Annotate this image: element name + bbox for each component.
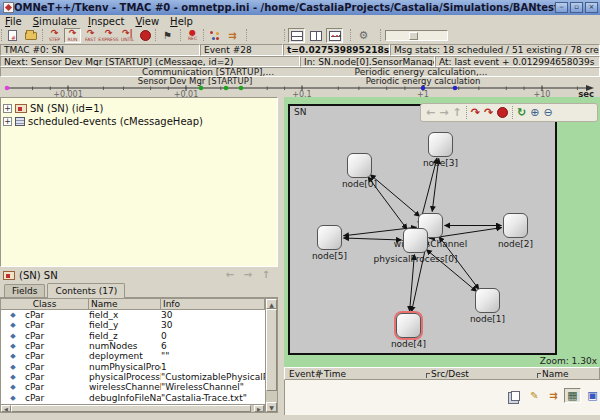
column-info[interactable]: Info (161, 299, 264, 309)
scroll-up-icon[interactable]: ▲ (266, 299, 277, 309)
stop-button[interactable] (137, 28, 154, 43)
toolbar-separator (180, 29, 181, 41)
zoom-out-icon[interactable]: ⊖ (544, 106, 553, 119)
relayout-button[interactable]: ⇉ (224, 28, 241, 43)
table-row[interactable]: ◆cParfield_z0 (1, 331, 265, 341)
finish-button[interactable]: ⚑ (159, 28, 176, 43)
inspector-title: (SN) SN (19, 270, 58, 281)
step-button[interactable]: ↷STEP (46, 28, 63, 43)
forward-icon[interactable]: → (240, 269, 256, 282)
scrollbar-thumb[interactable] (266, 309, 277, 391)
tree-item-network[interactable]: + SN (SN) (id=1) (3, 102, 275, 115)
canvas-toolbar: ← → ↑ ↷ ↷ ↻ ⊕ ⊖ (420, 103, 598, 122)
log-column-name[interactable]: Name (537, 369, 569, 380)
table-row[interactable]: ◆cPardebugInfoFileName"Castalia-Trace.tx… (1, 392, 265, 402)
message-mode-button[interactable]: ▣ (584, 388, 600, 403)
run-button[interactable]: ↷RUN (64, 28, 81, 43)
zoom-in-icon[interactable]: ⊕ (530, 106, 539, 119)
filter-button[interactable]: ✎ (526, 388, 543, 403)
cell-name: deployment (89, 351, 161, 361)
submodule-label: node[0] (342, 180, 377, 189)
log-column-event[interactable]: Event# (289, 369, 322, 380)
menu-help[interactable]: Help (170, 16, 193, 27)
menu-inspect[interactable]: Inspect (88, 16, 124, 27)
toggle-timeline-button[interactable] (326, 28, 343, 43)
simulation-timeline[interactable]: +0.001+0.01+0.1+1+10Sensor Dev Mgr [STAR… (0, 77, 600, 97)
tab-fields[interactable]: Fields (4, 284, 45, 297)
submodule-physicalProcess0[interactable] (403, 228, 428, 253)
split-horizontal-button[interactable] (288, 28, 305, 43)
horizontal-scrollbar[interactable]: ◀ ▶ (0, 404, 265, 413)
scroll-down-icon[interactable]: ▼ (266, 402, 277, 412)
title-bar[interactable]: OMNeT++/Tkenv - TMAC #0 - omnetpp.ini - … (0, 0, 600, 15)
animation-speed-slider[interactable] (385, 30, 448, 41)
redraw-button[interactable] (206, 28, 223, 43)
sort-corner-icon (426, 373, 430, 378)
table-mode-button[interactable]: ▦ (564, 388, 581, 403)
network-canvas[interactable]: SN wirelessChannelphysicalProcess[0]node… (288, 104, 557, 355)
submodule-node5[interactable] (317, 225, 342, 250)
tree-item-scheduled-events[interactable]: + scheduled-events (cMessageHeap) (3, 115, 275, 128)
redraw-icon[interactable]: ↻ (517, 106, 526, 119)
options-button[interactable]: ⚙ (355, 28, 372, 43)
slider-thumb[interactable] (409, 32, 418, 40)
run-icon[interactable]: ↷ (471, 106, 480, 119)
toolbar-button-label: REC (188, 37, 197, 42)
submodule-node4[interactable] (396, 313, 421, 338)
table-row[interactable]: ◆cParnumNodes6 (1, 341, 265, 351)
submodule-node2[interactable] (503, 213, 528, 238)
table-row[interactable]: ◆cParfield_x30 (1, 310, 265, 320)
maximize-button[interactable]: ▫ (570, 2, 583, 13)
load-ned-button[interactable] (22, 28, 39, 43)
menu-file[interactable]: File (5, 16, 22, 27)
column-class[interactable]: Class (1, 299, 89, 309)
up-icon[interactable]: ↑ (258, 269, 274, 282)
cell-info: 30 (161, 310, 265, 320)
object-icon: ◆ (1, 341, 25, 351)
record-button[interactable]: ●REC (184, 28, 201, 43)
minimize-button[interactable]: ‒ (555, 2, 568, 13)
table-row[interactable]: ◆cPardeployment"" (1, 351, 265, 361)
fast-button[interactable]: ↷FAST (82, 28, 99, 43)
scroll-left-icon[interactable]: ◀ (1, 405, 11, 412)
back-icon[interactable]: ← (222, 269, 238, 282)
scroll-right-icon[interactable]: ▶ (254, 405, 264, 412)
menu-simulate[interactable]: Simulate (33, 16, 77, 27)
table-row[interactable]: ◆cParwirelessChannelName"WirelessChannel… (1, 382, 265, 392)
table-row[interactable]: ◆cParnumPhysicalProcesses1 (1, 361, 265, 371)
new-run-icon (8, 30, 17, 41)
submodule-node0[interactable] (347, 153, 372, 178)
stop-icon[interactable] (497, 107, 508, 118)
vertical-scrollbar[interactable]: ▲ ▼ (265, 298, 278, 413)
scrollbar-thumb[interactable] (11, 405, 251, 412)
expand-icon[interactable]: + (3, 104, 12, 113)
toolbar-separator (203, 29, 204, 41)
submodule-node1[interactable] (475, 288, 500, 313)
options-button[interactable]: ⇉ (545, 388, 562, 403)
log-column-srcdest[interactable]: Src/Dest (426, 369, 469, 380)
submodule-node3[interactable] (428, 132, 453, 157)
table-row[interactable]: ◆cParphysicalProcessName"CustomizablePhy… (1, 372, 265, 382)
menu-view[interactable]: View (135, 16, 159, 27)
close-button[interactable]: × (585, 2, 598, 13)
column-name[interactable]: Name (89, 299, 161, 309)
up-icon[interactable]: ↑ (452, 106, 461, 119)
object-icon: ◆ (1, 372, 25, 382)
expand-icon[interactable]: + (3, 117, 12, 126)
copy-button[interactable] (507, 388, 524, 403)
object-icon: ◆ (1, 331, 25, 341)
submodule-label: node[5] (312, 252, 347, 261)
submodule-label: node[1] (470, 315, 505, 324)
log-area[interactable]: ✎⇉▦▣ (284, 380, 600, 415)
split-vertical-button[interactable] (307, 28, 324, 43)
cell-class: cPar (25, 310, 89, 320)
express-button[interactable]: ↷EXPRESS (100, 28, 117, 43)
back-icon[interactable]: ← (426, 106, 435, 119)
until-button[interactable]: ↷|UNTIL (119, 28, 136, 43)
table-row[interactable]: ◆cParfield_y30 (1, 320, 265, 330)
tab-contents[interactable]: Contents (17) (47, 283, 125, 298)
fast-run-icon[interactable]: ↷ (484, 106, 493, 119)
forward-icon[interactable]: → (439, 106, 448, 119)
log-column-time[interactable]: Time (319, 369, 346, 380)
new-run-button[interactable] (4, 28, 21, 43)
